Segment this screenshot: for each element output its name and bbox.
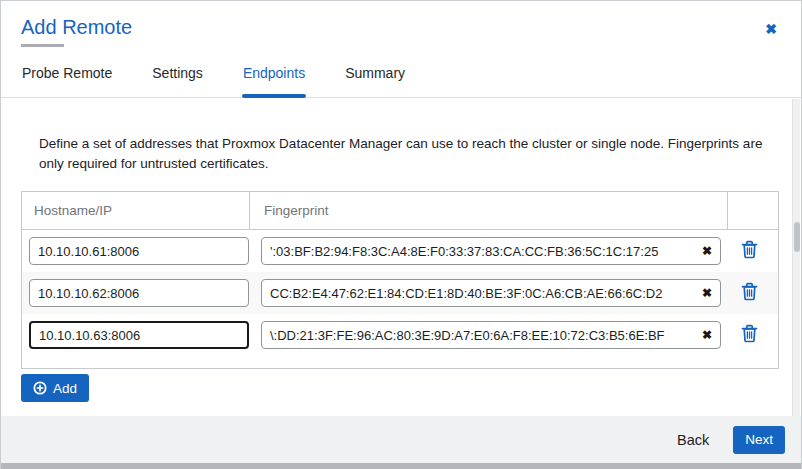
table-body: ':03:BF:B2:94:F8:3C:A4:8E:F0:33:37:83:CA… xyxy=(22,230,778,368)
scrollbar-track xyxy=(792,99,800,416)
dialog-header: Add Remote ✖ Probe Remote Settings Endpo… xyxy=(1,1,801,98)
column-header-fingerprint: Fingerprint xyxy=(250,192,728,229)
tab-bar: Probe Remote Settings Endpoints Summary xyxy=(1,61,801,98)
close-icon[interactable]: ✖ xyxy=(761,18,781,40)
tab-summary[interactable]: Summary xyxy=(344,61,406,97)
fingerprint-input[interactable]: \:DD:21:3F:FE:96:AC:80:3E:9D:A7:E0:6A:F8… xyxy=(261,321,721,349)
add-remote-dialog: Add Remote ✖ Probe Remote Settings Endpo… xyxy=(0,0,802,469)
row-actions xyxy=(721,322,778,348)
add-endpoint-button[interactable]: Add xyxy=(21,374,89,402)
hostname-input[interactable] xyxy=(29,321,249,349)
trash-icon xyxy=(741,324,758,346)
hostname-input[interactable] xyxy=(29,279,249,307)
hostname-input[interactable] xyxy=(29,237,249,265)
plus-circle-icon xyxy=(33,381,47,395)
tab-panel-endpoints: Define a set of addresses that Proxmox D… xyxy=(1,98,801,416)
page-title: Add Remote xyxy=(21,16,132,39)
clear-icon[interactable]: ✖ xyxy=(700,329,714,341)
tab-settings[interactable]: Settings xyxy=(151,61,204,97)
trash-icon xyxy=(741,282,758,304)
table-row: ':03:BF:B2:94:F8:3C:A4:8E:F0:33:37:83:CA… xyxy=(22,230,778,272)
fingerprint-value: CC:B2:E4:47:62:E1:84:CD:E1:8D:40:BE:3F:0… xyxy=(270,286,700,301)
dialog-bottom-edge xyxy=(1,463,801,469)
scrollbar-thumb[interactable] xyxy=(794,222,800,252)
fingerprint-input[interactable]: ':03:BF:B2:94:F8:3C:A4:8E:F0:33:37:83:CA… xyxy=(261,237,721,265)
delete-row-button[interactable] xyxy=(739,280,760,306)
column-header-actions xyxy=(728,192,778,229)
fingerprint-value: ':03:BF:B2:94:F8:3C:A4:8E:F0:33:37:83:CA… xyxy=(270,244,700,259)
fingerprint-input[interactable]: CC:B2:E4:47:62:E1:84:CD:E1:8D:40:BE:3F:0… xyxy=(261,279,721,307)
next-button[interactable]: Next xyxy=(733,426,785,454)
trash-icon xyxy=(741,240,758,262)
table-row: \:DD:21:3F:FE:96:AC:80:3E:9D:A7:E0:6A:F8… xyxy=(22,314,778,356)
clear-icon[interactable]: ✖ xyxy=(700,245,714,257)
tab-probe-remote[interactable]: Probe Remote xyxy=(21,61,113,97)
table-row: CC:B2:E4:47:62:E1:84:CD:E1:8D:40:BE:3F:0… xyxy=(22,272,778,314)
title-underline-bar xyxy=(21,44,64,47)
tab-endpoints[interactable]: Endpoints xyxy=(242,61,306,97)
fingerprint-value: \:DD:21:3F:FE:96:AC:80:3E:9D:A7:E0:6A:F8… xyxy=(270,328,700,343)
back-button[interactable]: Back xyxy=(675,428,711,452)
endpoints-description: Define a set of addresses that Proxmox D… xyxy=(39,134,777,174)
column-header-hostname: Hostname/IP xyxy=(22,192,250,229)
delete-row-button[interactable] xyxy=(739,238,760,264)
table-header: Hostname/IP Fingerprint xyxy=(22,192,778,230)
row-actions xyxy=(721,238,778,264)
clear-icon[interactable]: ✖ xyxy=(700,287,714,299)
delete-row-button[interactable] xyxy=(739,322,760,348)
add-button-label: Add xyxy=(53,381,77,396)
row-actions xyxy=(721,280,778,306)
endpoints-table: Hostname/IP Fingerprint ':03:BF:B2:94:F8… xyxy=(21,191,779,369)
dialog-footer: Back Next xyxy=(1,416,801,463)
